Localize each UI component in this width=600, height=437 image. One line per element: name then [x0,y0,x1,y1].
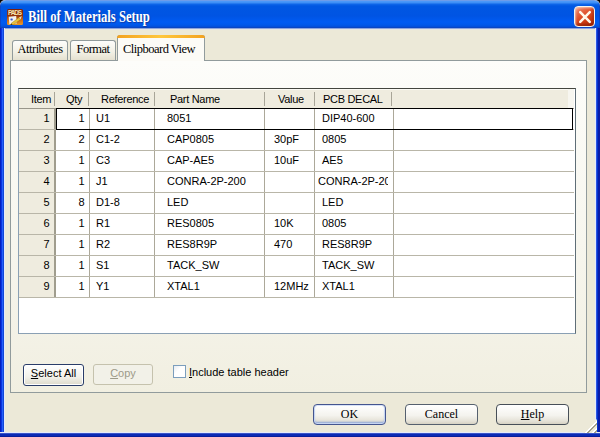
svg-text:PADS: PADS [8,9,23,16]
